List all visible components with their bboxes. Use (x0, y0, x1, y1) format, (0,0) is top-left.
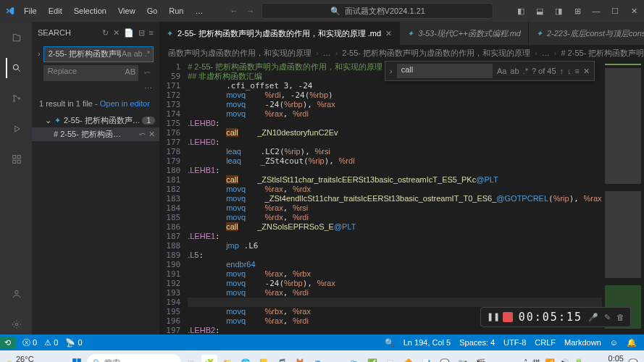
list-icon[interactable]: ≡ (149, 28, 154, 38)
layout-side-icon[interactable]: ◧ (515, 5, 527, 17)
app-icon[interactable]: 🧩 (201, 355, 217, 362)
breadcrumb[interactable]: 函数声明为虚函数的作用，和实现的原理›…›2-55- 把析构函数声明为虚函数的作… (159, 45, 644, 61)
close-tab-icon[interactable]: ✕ (385, 29, 392, 38)
app-icon[interactable]: 🎵 (274, 355, 290, 362)
nav-arrows[interactable]: ← → (230, 7, 254, 15)
app-icon[interactable]: 🎬 (473, 355, 489, 362)
trash-icon[interactable]: 🗑 (616, 313, 624, 321)
app-icon[interactable]: 🌐 (238, 355, 254, 362)
feedback-icon[interactable]: ☺ (610, 338, 618, 348)
clear-icon[interactable]: ✕ (113, 28, 120, 38)
forward-icon[interactable]: → (246, 7, 254, 15)
system-tray[interactable]: ˄ 拼 📶 🔊 🔋 0:052024/7/19 💬 (524, 354, 638, 362)
input-icon[interactable]: 拼 (532, 358, 540, 363)
regex-icon[interactable]: .* (523, 67, 528, 75)
collapse-icon[interactable]: ⊟ (138, 28, 145, 38)
app-icon[interactable]: 🔶 (401, 355, 417, 362)
replace-input[interactable]: Replace AB (43, 65, 138, 81)
preserve-case-icon[interactable]: AB (125, 67, 135, 76)
pen-icon[interactable]: ✎ (604, 313, 611, 322)
app-icon[interactable]: 🗨 (382, 355, 398, 362)
app-icon[interactable]: 📒 (256, 355, 272, 362)
refresh-icon[interactable]: ↻ (102, 28, 109, 38)
scm-icon[interactable] (6, 88, 26, 109)
menu-…[interactable]: … (191, 4, 209, 18)
find-input[interactable]: call (397, 64, 493, 78)
case-icon[interactable]: Aa (497, 67, 506, 75)
menu-file[interactable]: File (19, 4, 42, 18)
bell-icon[interactable]: 🔔 (627, 338, 637, 348)
menu-view[interactable]: View (113, 4, 141, 18)
search-input[interactable]: 2-55- 把析构函数声明为虚函数的作用，和实现的原理 Aaab.* (43, 46, 154, 62)
replace-match-icon[interactable]: ⤺ (139, 130, 146, 139)
replace-all-icon[interactable]: ⤺ (141, 65, 154, 81)
weather-widget[interactable]: ☀ 26°C晴朗 (6, 355, 34, 363)
app-icon[interactable]: ☁ (328, 355, 344, 362)
tray-chevron-icon[interactable]: ˄ (524, 358, 528, 363)
minimize-icon[interactable]: — (590, 5, 602, 17)
menu-run[interactable]: Run (164, 4, 188, 18)
wifi-icon[interactable]: 📶 (545, 358, 555, 363)
close-find-icon[interactable]: ✕ (583, 67, 590, 76)
back-icon[interactable]: ← (230, 7, 238, 15)
minimap[interactable] (602, 61, 644, 334)
app-icon[interactable]: 💬 (437, 355, 453, 362)
close-icon[interactable]: ✕ (628, 5, 640, 17)
regex-icon[interactable]: .* (145, 49, 150, 58)
result-file[interactable]: ⌄ ✦ 2-55- 把析构函数声… 1 (32, 114, 159, 127)
expand-replace-icon[interactable]: › (38, 46, 41, 81)
find-expand-icon[interactable]: › (390, 67, 393, 75)
editor-tab[interactable]: ✦2-223-底层const与顶层const.md (529, 22, 644, 45)
open-in-editor-link[interactable]: Open in editor (100, 99, 150, 108)
layout-right-icon[interactable]: ◨ (553, 5, 564, 17)
menu-edit[interactable]: Edit (43, 4, 67, 18)
app-icon[interactable]: 📊 (419, 355, 435, 362)
code-content[interactable]: # 2-55- 把析构函数声明为虚函数的作用，和实现的原理 ## 非虚析构函数汇… (188, 61, 601, 334)
next-match-icon[interactable]: ↓ (567, 67, 572, 75)
maximize-icon[interactable]: ☐ (609, 5, 621, 17)
status-position[interactable]: Ln 194, Col 5 (403, 338, 451, 348)
zoom-icon[interactable]: 🔍 (385, 338, 395, 348)
command-center[interactable]: 🔍 面试题文档V2024.1.21 (262, 3, 493, 19)
status-spaces[interactable]: Spaces: 4 (459, 338, 495, 348)
battery-icon[interactable]: 🔋 (574, 358, 584, 363)
ports[interactable]: 📡 0 (65, 338, 82, 348)
status-encoding[interactable]: UTF-8 (503, 338, 526, 348)
editor-tab[interactable]: ✦2-55- 把析构函数声明为虚函数的作用，和实现的原理 .md✕ (159, 22, 400, 45)
menu-go[interactable]: Go (142, 4, 163, 18)
result-match[interactable]: # 2-55- 把析构函… ⤺✕ (32, 127, 159, 141)
vscode-icon[interactable]: ⧉ (310, 355, 326, 362)
notif-icon[interactable]: 💬 (628, 358, 638, 363)
gear-icon[interactable] (6, 314, 26, 334)
app-icon[interactable]: 📷 (455, 355, 471, 362)
status-language[interactable]: Markdown (564, 338, 601, 348)
app-icon[interactable]: 📁 (219, 355, 235, 362)
task-view-icon[interactable]: ⊞ (183, 355, 199, 362)
warnings[interactable]: ⚠ 0 (44, 338, 58, 348)
debug-icon[interactable] (6, 119, 26, 139)
pause-icon[interactable]: ❚❚ (487, 312, 497, 322)
dismiss-match-icon[interactable]: ✕ (149, 130, 155, 139)
new-file-icon[interactable]: 📄 (124, 28, 134, 38)
prev-match-icon[interactable]: ↑ (560, 67, 564, 75)
menu-selection[interactable]: Selection (69, 4, 112, 18)
app-icon[interactable]: ✅ (364, 355, 380, 362)
layout-bottom-icon[interactable]: ⬓ (534, 5, 545, 17)
status-eol[interactable]: CRLF (535, 338, 556, 348)
selection-icon[interactable]: ≡ (575, 67, 580, 75)
app-icon[interactable]: 🦊 (292, 355, 308, 362)
case-icon[interactable]: Aa (122, 49, 131, 58)
explorer-icon[interactable] (6, 28, 26, 48)
mic-icon[interactable]: 🎤 (588, 313, 598, 322)
app-icon[interactable]: 🗂 (346, 355, 362, 362)
start-icon[interactable] (69, 355, 85, 362)
editor-tab[interactable]: ✦3-53-现代C++函数式编程.md (400, 22, 529, 45)
screen-recorder-bar[interactable]: ❚❚ 00:05:15 🎤 ✎ 🗑 (480, 307, 631, 327)
extensions-icon[interactable] (6, 149, 26, 169)
volume-icon[interactable]: 🔊 (559, 358, 569, 363)
toggle-details-icon[interactable]: ⋯ (32, 83, 159, 95)
account-icon[interactable] (6, 284, 26, 304)
taskbar-search[interactable]: 🔍 搜索 (87, 354, 181, 362)
word-icon[interactable]: ab (133, 49, 142, 58)
word-icon[interactable]: ab (510, 67, 519, 75)
